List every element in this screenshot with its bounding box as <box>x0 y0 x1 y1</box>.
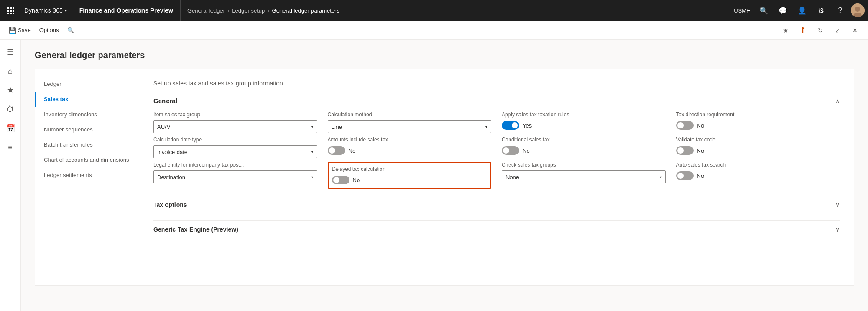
save-label: Save <box>18 27 31 33</box>
form-row-1: Item sales tax group AU/VI ▾ Calculation… <box>153 111 840 133</box>
toolbar-close-icon[interactable]: ✕ <box>847 23 863 38</box>
conditional-sales-tax-label: Conditional sales tax <box>502 137 666 143</box>
delayed-tax-calc-toggle-label: No <box>353 177 360 183</box>
conditional-sales-tax-toggle-label: No <box>523 147 530 154</box>
toolbar-search-button[interactable]: 🔍 <box>64 25 78 35</box>
breadcrumb-item-3[interactable]: General ledger parameters <box>272 7 339 14</box>
hamburger-menu-icon[interactable]: ☰ <box>2 43 19 61</box>
item-sales-tax-group-chevron: ▾ <box>311 124 313 129</box>
favorites-icon[interactable]: ★ <box>2 82 19 99</box>
toolbar-expand-icon[interactable]: ⤢ <box>830 23 845 38</box>
home-icon[interactable]: ⌂ <box>2 62 19 80</box>
help-nav-icon[interactable]: ? <box>832 2 849 19</box>
content-area: General ledger parameters Ledger Sales t… <box>21 40 868 311</box>
amounts-include-label: Amounts include sales tax <box>328 137 492 143</box>
auto-sales-tax-search-toggle[interactable] <box>676 171 694 180</box>
svg-rect-6 <box>7 13 9 14</box>
app-launcher-icon[interactable] <box>3 3 17 17</box>
validate-tax-code-toggle[interactable] <box>676 146 694 155</box>
amounts-include-toggle-row: No <box>328 146 492 155</box>
breadcrumb-item-1[interactable]: General ledger <box>187 7 225 14</box>
top-navigation: Dynamics 365 ▾ Finance and Operations Pr… <box>0 0 868 21</box>
general-section-chevron[interactable]: ∧ <box>835 98 840 105</box>
calculation-date-type-select[interactable]: Invoice date ▾ <box>153 145 317 158</box>
svg-rect-7 <box>10 13 12 14</box>
validate-tax-code-field: Validate tax code No <box>676 137 840 158</box>
calculation-method-label: Calculation method <box>328 111 492 118</box>
brand-name: Dynamics 365 <box>24 7 63 14</box>
delayed-tax-calculation-container: Delayed tax calculation No <box>328 162 492 189</box>
search-nav-icon[interactable]: 🔍 <box>755 2 773 19</box>
recent-icon[interactable]: ⏱ <box>2 101 19 118</box>
app-title: Finance and Operations Preview <box>72 0 181 21</box>
check-sales-tax-groups-label: Check sales tax groups <box>502 162 666 168</box>
generic-tax-header[interactable]: Generic Tax Engine (Preview) ∨ <box>153 220 840 238</box>
breadcrumb-sep-1: › <box>227 7 229 14</box>
chat-nav-icon[interactable]: 💬 <box>774 2 792 19</box>
modules-icon[interactable]: ≡ <box>2 139 19 156</box>
validate-tax-code-label: Validate tax code <box>676 137 840 143</box>
options-button[interactable]: Options <box>36 25 62 35</box>
legal-entity-intercompany-select[interactable]: Destination ▾ <box>153 170 317 183</box>
amounts-include-toggle[interactable] <box>328 146 345 155</box>
delayed-tax-calculation-field: Delayed tax calculation No <box>332 166 487 184</box>
brand-chevron: ▾ <box>65 8 67 13</box>
check-sales-tax-groups-value: None <box>506 174 519 180</box>
apply-sales-tax-toggle-label: Yes <box>523 122 532 129</box>
legal-entity-intercompany-label: Legal entity for intercompany tax post..… <box>153 162 317 168</box>
apply-sales-tax-toggle[interactable] <box>502 121 519 130</box>
nav-item-ledger-settlements[interactable]: Ledger settlements <box>35 167 139 183</box>
item-sales-tax-group-value: AU/VI <box>157 124 172 130</box>
nav-item-number-sequences[interactable]: Number sequences <box>35 122 139 137</box>
avatar[interactable] <box>851 3 865 17</box>
section-subtitle: Set up sales tax and sales tax group inf… <box>153 80 840 87</box>
left-nav: Ledger Sales tax Inventory dimensions Nu… <box>35 69 139 285</box>
calculation-method-select[interactable]: Line ▾ <box>328 120 492 133</box>
check-sales-tax-groups-chevron: ▾ <box>660 175 662 180</box>
top-nav-right: USMF 🔍 💬 👤 ⚙ ? <box>730 2 865 19</box>
workspaces-icon[interactable]: 📅 <box>2 120 19 137</box>
legal-entity-intercompany-chevron: ▾ <box>311 175 313 180</box>
toolbar-refresh-icon[interactable]: ↻ <box>812 23 828 38</box>
toolbar-search-icon: 🔍 <box>67 27 74 33</box>
conditional-sales-tax-toggle[interactable] <box>502 146 519 155</box>
toolbar-office-icon[interactable]: f <box>795 23 811 38</box>
auto-sales-tax-search-field: Auto sales tax search No <box>676 162 840 189</box>
calculation-date-type-field: Calculation date type Invoice date ▾ <box>153 137 317 158</box>
item-sales-tax-group-select[interactable]: AU/VI ▾ <box>153 120 317 133</box>
svg-rect-2 <box>13 7 14 9</box>
tax-options-header[interactable]: Tax options ∨ <box>153 196 840 213</box>
delayed-tax-calc-toggle-row: No <box>332 176 487 184</box>
legal-entity-intercompany-value: Destination <box>157 174 185 180</box>
toolbar-right: ★ f ↻ ⤢ ✕ <box>778 23 863 38</box>
auto-sales-tax-search-toggle-row: No <box>676 171 840 180</box>
nav-item-ledger[interactable]: Ledger <box>35 76 139 92</box>
nav-item-batch-transfer-rules[interactable]: Batch transfer rules <box>35 137 139 152</box>
tax-direction-req-label: Tax direction requirement <box>676 111 840 118</box>
delayed-tax-calc-toggle[interactable] <box>332 176 349 184</box>
breadcrumb-item-2[interactable]: Ledger setup <box>232 7 265 14</box>
tax-direction-req-toggle[interactable] <box>676 121 694 130</box>
tax-options-title: Tax options <box>153 201 187 208</box>
page-title: General ledger parameters <box>35 50 854 60</box>
tax-options-section: Tax options ∨ <box>153 196 840 213</box>
generic-tax-chevron-icon: ∨ <box>835 226 840 233</box>
general-section-title: General <box>153 97 178 105</box>
apply-sales-tax-label: Apply sales tax taxation rules <box>502 111 666 118</box>
item-sales-tax-group-label: Item sales tax group <box>153 111 317 118</box>
nav-item-sales-tax[interactable]: Sales tax <box>35 92 139 107</box>
nav-item-chart-of-accounts[interactable]: Chart of accounts and dimensions <box>35 152 139 167</box>
form-row-3: Legal entity for intercompany tax post..… <box>153 162 840 189</box>
calculation-date-type-value: Invoice date <box>157 149 187 155</box>
save-icon: 💾 <box>9 27 16 34</box>
validate-tax-code-toggle-label: No <box>697 147 704 154</box>
settings-nav-icon[interactable]: ⚙ <box>812 2 830 19</box>
brand-area[interactable]: Dynamics 365 ▾ <box>19 0 72 21</box>
check-sales-tax-groups-select[interactable]: None ▾ <box>502 170 666 183</box>
person-nav-icon[interactable]: 👤 <box>793 2 811 19</box>
save-button[interactable]: 💾 Save <box>5 25 34 36</box>
tax-direction-req-toggle-label: No <box>697 122 704 129</box>
tax-direction-req-toggle-row: No <box>676 121 840 130</box>
nav-item-inventory-dimensions[interactable]: Inventory dimensions <box>35 107 139 122</box>
toolbar-star-icon[interactable]: ★ <box>778 23 793 38</box>
